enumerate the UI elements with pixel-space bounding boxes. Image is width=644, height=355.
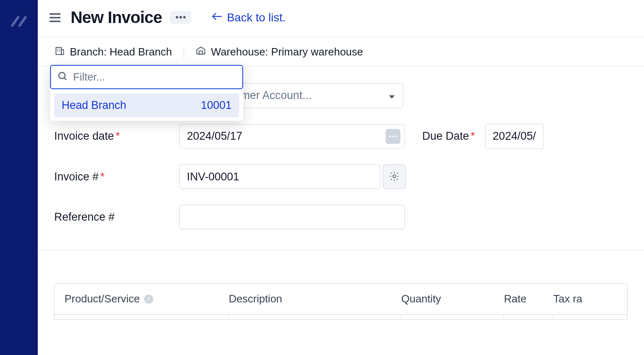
reference-input[interactable] bbox=[179, 205, 405, 229]
info-icon[interactable]: i bbox=[144, 295, 153, 304]
context-bar: Branch: Head Branch Warehouse: Primary w… bbox=[38, 37, 644, 67]
svg-line-0 bbox=[12, 17, 18, 25]
warehouse-selector[interactable]: Warehouse: Primary warehouse bbox=[196, 45, 363, 59]
nav-sidebar bbox=[0, 0, 38, 355]
svg-marker-18 bbox=[389, 95, 395, 99]
more-actions-button[interactable] bbox=[170, 11, 191, 24]
hamburger-icon[interactable] bbox=[48, 10, 62, 25]
logo-icon bbox=[9, 12, 29, 33]
svg-point-19 bbox=[389, 135, 391, 137]
branch-option-name: Head Branch bbox=[62, 99, 126, 112]
svg-line-1 bbox=[20, 17, 25, 25]
branch-dropdown: Head Branch 10001 bbox=[50, 65, 243, 121]
svg-rect-9 bbox=[56, 47, 61, 54]
line-items-table: Product/Service i Description Quantity R… bbox=[38, 250, 644, 320]
svg-point-22 bbox=[393, 175, 396, 178]
invoice-date-label: Invoice date* bbox=[54, 130, 169, 143]
warehouse-icon bbox=[196, 45, 206, 59]
divider bbox=[184, 46, 184, 58]
branch-filter-input[interactable] bbox=[73, 71, 236, 83]
branch-option-code: 10001 bbox=[201, 99, 232, 112]
th-description: Description bbox=[229, 293, 401, 305]
table-row[interactable] bbox=[54, 315, 628, 320]
page-title: New Invoice bbox=[71, 8, 162, 27]
date-picker-icon[interactable] bbox=[386, 129, 400, 144]
back-to-list-link[interactable]: Back to list. bbox=[211, 11, 285, 24]
svg-point-16 bbox=[59, 72, 65, 78]
due-date-label: Due Date* bbox=[422, 130, 475, 143]
invoice-date-input[interactable]: 2024/05/17 bbox=[179, 124, 405, 149]
branch-label: Branch: Head Branch bbox=[70, 46, 172, 58]
svg-point-21 bbox=[395, 135, 397, 137]
search-icon bbox=[58, 71, 68, 83]
svg-rect-10 bbox=[61, 50, 63, 55]
th-tax-rate: Tax ra bbox=[553, 293, 617, 305]
svg-rect-15 bbox=[199, 51, 202, 54]
svg-point-6 bbox=[179, 16, 182, 18]
branch-option-head[interactable]: Head Branch 10001 bbox=[54, 93, 239, 118]
arrow-left-icon bbox=[211, 11, 223, 24]
table-header-row: Product/Service i Description Quantity R… bbox=[54, 283, 628, 315]
building-icon bbox=[54, 45, 65, 59]
due-date-value: 2024/05/ bbox=[493, 130, 536, 142]
invoice-no-label: Invoice #* bbox=[54, 171, 169, 183]
dots-icon bbox=[175, 14, 186, 21]
invoice-date-value: 2024/05/17 bbox=[187, 130, 242, 143]
th-product: Product/Service i bbox=[64, 293, 229, 305]
page-header: New Invoice Back to list. bbox=[38, 0, 644, 37]
warehouse-label: Warehouse: Primary warehouse bbox=[211, 46, 363, 58]
gear-icon bbox=[389, 171, 400, 183]
svg-point-5 bbox=[176, 16, 178, 18]
branch-filter-wrapper bbox=[50, 65, 243, 89]
branch-selector[interactable]: Branch: Head Branch bbox=[54, 45, 172, 59]
th-quantity: Quantity bbox=[401, 293, 504, 305]
svg-point-20 bbox=[392, 135, 394, 137]
chevron-down-icon bbox=[388, 89, 396, 102]
th-rate: Rate bbox=[504, 293, 553, 305]
svg-point-7 bbox=[183, 16, 186, 18]
due-date-input[interactable]: 2024/05/ bbox=[485, 124, 544, 149]
reference-label: Reference # bbox=[54, 211, 169, 224]
back-label: Back to list. bbox=[227, 11, 285, 24]
invoice-no-settings-button[interactable] bbox=[383, 164, 406, 189]
svg-line-17 bbox=[64, 78, 66, 80]
invoice-no-input[interactable] bbox=[179, 164, 380, 189]
